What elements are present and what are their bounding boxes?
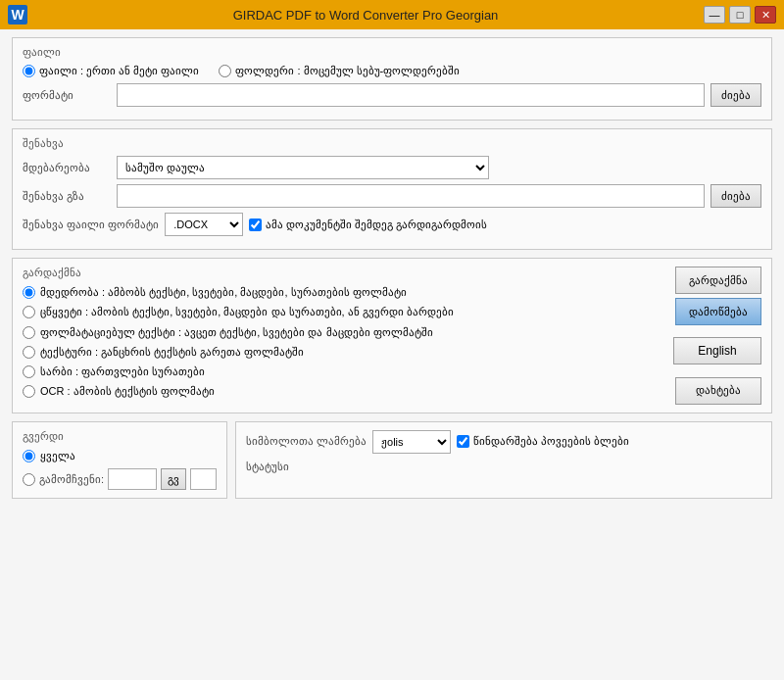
bottom-section: გვერდი ყველა გამომჩვენი: გვ სიმბოლოთა ლა… bbox=[12, 421, 772, 499]
save-section: შენახვა მდებარეობა სამუშო დაულა შენახვა … bbox=[12, 128, 772, 250]
transform-opt5-radio[interactable] bbox=[23, 365, 35, 378]
info-checkbox-text: წინდარშება პოვეების ბლები bbox=[473, 435, 629, 448]
custom-pages-input[interactable] bbox=[108, 468, 157, 490]
minimize-button[interactable]: — bbox=[704, 6, 725, 24]
window-title: GIRDAC PDF to Word Converter Pro Georgia… bbox=[27, 8, 704, 23]
directory-row: მდებარეობა სამუშო დაულა bbox=[23, 156, 761, 179]
custom-pages-radio[interactable] bbox=[23, 473, 35, 486]
transform-section-label: გარდაქმნა bbox=[23, 267, 661, 279]
format-row: ფორმატი ძიება bbox=[23, 83, 761, 107]
save-format-select[interactable]: .DOCX bbox=[165, 213, 243, 236]
radio-single-file-input[interactable] bbox=[23, 65, 35, 77]
save-path-row: შენახვა გზა ძიება bbox=[23, 184, 761, 208]
radio-folder-label: ფოლდერი : მოცემულ სებუ-ფოლდერებში bbox=[235, 65, 460, 77]
format-input[interactable] bbox=[117, 83, 705, 107]
save-format-checkbox-label[interactable]: ამა დოკუმენტში შემდეგ გარდიგარდმოის bbox=[249, 219, 487, 231]
radio-folder[interactable]: ფოლდერი : მოცემულ სებუ-ფოლდერებში bbox=[219, 65, 460, 77]
transform-section: გარდაქმნა მდედრობა : ამბობს ტექსტი, სვეტ… bbox=[12, 258, 772, 413]
title-bar: W GIRDAC PDF to Word Converter Pro Georg… bbox=[0, 0, 784, 29]
save-browse-button[interactable]: ძიება bbox=[710, 184, 761, 208]
save-path-label: შენახვა გზა bbox=[23, 190, 111, 203]
save-section-label: შენახვა bbox=[23, 137, 761, 150]
transform-opt4-text: ტექსტური : განცხრის ტექსტის გარეთა ფოლმა… bbox=[40, 345, 304, 359]
english-button[interactable]: English bbox=[673, 337, 761, 364]
transform-opt2[interactable]: ცწყვეტი : ამობის ტექსტი, სვეტები, მაცდებ… bbox=[23, 305, 661, 318]
format-label: ფორმატი bbox=[23, 89, 111, 102]
transform-opt3-radio[interactable] bbox=[23, 326, 35, 339]
conversion-options: გარდაქმნა მდედრობა : ამბობს ტექსტი, სვეტ… bbox=[23, 267, 661, 405]
window-controls: — □ ✕ bbox=[704, 6, 776, 24]
transform-opt4[interactable]: ტექსტური : განცხრის ტექსტის გარეთა ფოლმა… bbox=[23, 345, 661, 359]
run-button[interactable]: გარდაქმნა bbox=[675, 267, 761, 294]
info-section: სიმბოლოთა ლამრება ჟolis წინდარშება პოვეე… bbox=[235, 421, 772, 499]
transform-opt2-radio[interactable] bbox=[23, 306, 35, 318]
info-checkbox-label[interactable]: წინდარშება პოვეების ბლები bbox=[457, 435, 629, 448]
stop-button[interactable]: დამოწმება bbox=[675, 298, 761, 325]
format-browse-button[interactable]: ძიება bbox=[710, 83, 761, 107]
directory-select[interactable]: სამუშო დაულა bbox=[117, 156, 489, 179]
info-checkbox[interactable] bbox=[457, 435, 469, 448]
info-row: სიმბოლოთა ლამრება ჟolis წინდარშება პოვეე… bbox=[246, 430, 761, 454]
app-icon: W bbox=[8, 5, 27, 24]
file-type-radio-group: ფაილი : ერთი ან მეტი ფაილი ფოლდერი : მოც… bbox=[23, 65, 761, 77]
pages-unit-btn: გვ bbox=[161, 468, 186, 490]
all-pages-radio-label[interactable]: ყველა bbox=[23, 449, 217, 462]
maximize-button[interactable]: □ bbox=[729, 6, 751, 24]
conversion-buttons: გარდაქმნა დამოწმება English დახტება bbox=[668, 267, 761, 405]
close-button[interactable]: ✕ bbox=[755, 6, 776, 24]
transform-opt1[interactable]: მდედრობა : ამბობს ტექსტი, სვეტები, მაცდე… bbox=[23, 285, 661, 299]
save-path-input[interactable] bbox=[117, 184, 705, 208]
status-row: სტატუსი bbox=[246, 460, 761, 473]
transform-opt6[interactable]: OCR : ამობის ტექსტის ფოლმატი bbox=[23, 384, 661, 398]
custom-pages-label: გამომჩვენი: bbox=[39, 473, 104, 486]
page-preview-box bbox=[190, 468, 217, 490]
save-format-checkbox[interactable] bbox=[249, 219, 262, 231]
status-label: სტატუსი bbox=[246, 461, 289, 472]
file-section: ფაილი ფაილი : ერთი ან მეტი ფაილი ფოლდერი… bbox=[12, 37, 772, 121]
transform-opt2-text: ცწყვეტი : ამობის ტექსტი, სვეტები, მაცდებ… bbox=[40, 305, 454, 318]
radio-single-file[interactable]: ფაილი : ერთი ან მეტი ფაილი bbox=[23, 65, 199, 77]
transform-opt4-radio[interactable] bbox=[23, 346, 35, 359]
save-format-row: შენახვა ფაილი ფორმატი .DOCX ამა დოკუმენტ… bbox=[23, 213, 761, 236]
close-transform-button[interactable]: დახტება bbox=[675, 377, 761, 405]
save-format-label: შენახვა ფაილი ფორმატი bbox=[23, 219, 159, 231]
signatures-label: სიმბოლოთა ლამრება bbox=[246, 435, 367, 448]
transform-opt5-text: სარბი : ფართვლები სურათები bbox=[40, 364, 205, 378]
transform-opt5[interactable]: სარბი : ფართვლები სურათები bbox=[23, 364, 661, 378]
radio-single-file-label: ფაილი : ერთი ან მეტი ფაილი bbox=[39, 65, 199, 77]
custom-pages-row: გამომჩვენი: გვ bbox=[23, 468, 217, 490]
all-pages-label: ყველა bbox=[40, 449, 75, 462]
transform-opt3[interactable]: ფოლმატაციებულ ტექსტი : ავცეთ ტექსტი, სვე… bbox=[23, 325, 661, 339]
transform-opt6-text: OCR : ამობის ტექსტის ფოლმატი bbox=[40, 384, 215, 398]
save-format-checkbox-text: ამა დოკუმენტში შემდეგ გარდიგარდმოის bbox=[266, 219, 487, 231]
radio-folder-input[interactable] bbox=[219, 65, 231, 77]
pages-section-label: გვერდი bbox=[23, 430, 217, 443]
pages-section: გვერდი ყველა გამომჩვენი: გვ bbox=[12, 421, 227, 499]
main-content: ფაილი ფაილი : ერთი ან მეტი ფაილი ფოლდერი… bbox=[0, 29, 784, 680]
transform-opt3-text: ფოლმატაციებულ ტექსტი : ავცეთ ტექსტი, სვე… bbox=[40, 325, 433, 339]
all-pages-radio[interactable] bbox=[23, 450, 35, 462]
file-section-label: ფაილი bbox=[23, 46, 761, 59]
transform-opt6-radio[interactable] bbox=[23, 385, 35, 398]
directory-label: მდებარეობა bbox=[23, 162, 111, 174]
transform-opt1-text: მდედრობა : ამბობს ტექსტი, სვეტები, მაცდე… bbox=[40, 285, 407, 299]
signatures-select[interactable]: ჟolis bbox=[372, 430, 451, 454]
transform-opt1-radio[interactable] bbox=[23, 286, 35, 299]
